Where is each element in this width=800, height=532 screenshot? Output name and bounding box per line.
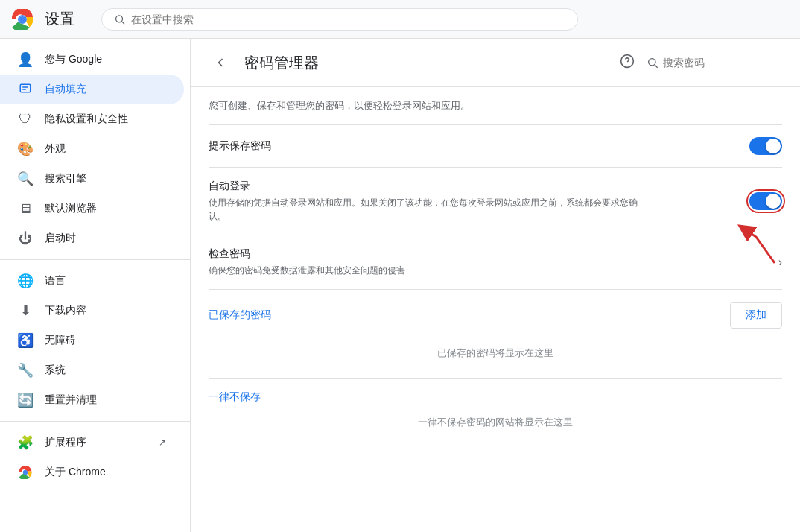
- shield-icon: 🛡: [18, 112, 33, 127]
- content-description: 您可创建、保存和管理您的密码，以便轻松登录网站和应用。: [209, 87, 782, 125]
- svg-line-6: [122, 21, 125, 24]
- sidebar-label-search: 搜索引擎: [45, 172, 86, 186]
- never-save-empty: 一律不保存密码的网站将显示在这里: [209, 410, 782, 435]
- search-icon: [114, 13, 125, 25]
- sidebar-label-accessibility: 无障碍: [45, 334, 76, 347]
- sidebar-divider-2: [0, 421, 190, 422]
- sidebar-label-startup: 启动时: [45, 232, 76, 245]
- top-bar: 设置: [0, 0, 800, 39]
- sidebar-label-appearance: 外观: [45, 142, 66, 156]
- help-icon[interactable]: [620, 54, 635, 72]
- sidebar-item-appearance[interactable]: 🎨 外观: [0, 134, 184, 164]
- content-header: 密码管理器: [191, 39, 800, 87]
- sidebar-label-browser: 默认浏览器: [45, 202, 97, 215]
- chrome-logo-icon: [12, 9, 33, 30]
- sidebar-label-language: 语言: [45, 274, 66, 288]
- autofill-icon: [18, 82, 33, 97]
- save-prompt-row: 提示保存密码: [209, 125, 782, 168]
- sidebar-item-search[interactable]: 🔍 搜索引擎: [0, 164, 184, 194]
- check-password-row[interactable]: 检查密码 确保您的密码免受数据泄露和其他安全问题的侵害 ›: [209, 235, 782, 290]
- saved-passwords-empty: 已保存的密码将显示在这里: [209, 335, 782, 372]
- save-prompt-label: 提示保存密码: [209, 139, 749, 153]
- content-body: 您可创建、保存和管理您的密码，以便轻松登录网站和应用。 提示保存密码 自动登录 …: [191, 87, 800, 441]
- svg-point-4: [19, 16, 25, 22]
- browser-icon: 🖥: [18, 201, 33, 216]
- content-title: 密码管理器: [244, 53, 608, 73]
- svg-point-12: [23, 470, 27, 474]
- sidebar-item-autofill[interactable]: 自动填充: [0, 75, 184, 104]
- person-icon: 👤: [18, 52, 33, 67]
- sidebar-item-reset[interactable]: 🔄 重置并清理: [0, 385, 184, 415]
- svg-rect-7: [20, 84, 31, 92]
- saved-passwords-header: 已保存的密码 添加: [209, 290, 782, 335]
- system-icon: 🔧: [18, 363, 33, 378]
- search-nav-icon: 🔍: [18, 171, 33, 186]
- external-link-icon: ↗: [159, 437, 166, 448]
- chevron-right-icon: ›: [778, 256, 782, 269]
- accessibility-icon: ♿: [18, 333, 33, 348]
- sidebar-item-download[interactable]: ⬇ 下载内容: [0, 296, 184, 326]
- language-icon: 🌐: [18, 273, 33, 288]
- chrome-small-icon: [18, 465, 33, 480]
- save-prompt-toggle[interactable]: [749, 137, 782, 155]
- sidebar-item-startup[interactable]: ⏻ 启动时: [0, 224, 184, 253]
- sidebar-label-google: 您与 Google: [45, 53, 102, 66]
- auto-login-row: 自动登录 使用存储的凭据自动登录网站和应用。如果关闭了该功能，在您每次登录网站或…: [209, 168, 782, 235]
- never-save-title: 一律不保存: [209, 390, 782, 404]
- sidebar-label-autofill: 自动填充: [45, 83, 86, 96]
- content-area: 密码管理器 您可创建、保存和管理您的密码，以便轻松登录网站和应用。 提示保存密码: [191, 39, 800, 532]
- auto-login-sub: 使用存储的凭据自动登录网站和应用。如果关闭了该功能，在您每次登录网站或应用之前，…: [209, 196, 641, 223]
- sidebar-label-system: 系统: [45, 364, 66, 377]
- sidebar-item-about[interactable]: 关于 Chrome: [0, 457, 184, 487]
- main-layout: 👤 您与 Google 自动填充 🛡 隐私设置和安全性 🎨 外观 🔍 搜索引擎 …: [0, 39, 800, 532]
- download-icon: ⬇: [18, 303, 33, 318]
- top-search-box[interactable]: [101, 8, 578, 31]
- saved-passwords-title: 已保存的密码: [209, 308, 730, 322]
- startup-icon: ⏻: [18, 231, 33, 246]
- auto-login-label: 自动登录: [209, 180, 749, 193]
- reset-icon: 🔄: [18, 393, 33, 408]
- sidebar-item-language[interactable]: 🌐 语言: [0, 266, 184, 296]
- extensions-icon: 🧩: [18, 435, 33, 450]
- pwd-search-icon: [647, 57, 658, 69]
- sidebar-label-reset: 重置并清理: [45, 393, 97, 407]
- sidebar-item-system[interactable]: 🔧 系统: [0, 355, 184, 385]
- sidebar: 👤 您与 Google 自动填充 🛡 隐私设置和安全性 🎨 外观 🔍 搜索引擎 …: [0, 39, 191, 532]
- sidebar-item-accessibility[interactable]: ♿ 无障碍: [0, 326, 184, 355]
- check-password-text: 检查密码 确保您的密码免受数据泄露和其他安全问题的侵害: [209, 247, 778, 277]
- sidebar-divider-1: [0, 259, 190, 260]
- auto-login-text: 自动登录 使用存储的凭据自动登录网站和应用。如果关闭了该功能，在您每次登录网站或…: [209, 180, 749, 223]
- sidebar-item-privacy[interactable]: 🛡 隐私设置和安全性: [0, 104, 184, 134]
- page-title: 设置: [45, 9, 74, 29]
- sidebar-item-browser[interactable]: 🖥 默认浏览器: [0, 194, 184, 224]
- svg-point-5: [116, 15, 123, 22]
- sidebar-label-about: 关于 Chrome: [45, 466, 106, 479]
- appearance-icon: 🎨: [18, 142, 33, 156]
- back-button[interactable]: [209, 51, 232, 75]
- sidebar-item-google[interactable]: 👤 您与 Google: [0, 45, 184, 75]
- check-password-sub: 确保您的密码免受数据泄露和其他安全问题的侵害: [209, 264, 641, 277]
- sidebar-label-privacy: 隐私设置和安全性: [45, 113, 128, 126]
- top-search-input[interactable]: [131, 13, 565, 25]
- never-save-section: 一律不保存 一律不保存密码的网站将显示在这里: [209, 378, 782, 441]
- svg-point-15: [649, 58, 655, 65]
- password-search-input[interactable]: [663, 57, 782, 69]
- sidebar-item-extensions[interactable]: 🧩 扩展程序 ↗: [0, 428, 184, 457]
- add-password-button[interactable]: 添加: [730, 302, 782, 329]
- password-search-box[interactable]: [647, 54, 782, 72]
- sidebar-label-extensions: 扩展程序: [45, 436, 86, 449]
- svg-line-16: [655, 65, 658, 68]
- save-prompt-text: 提示保存密码: [209, 139, 749, 153]
- auto-login-toggle[interactable]: [749, 192, 782, 210]
- check-password-label: 检查密码: [209, 247, 778, 261]
- sidebar-label-download: 下载内容: [45, 304, 86, 317]
